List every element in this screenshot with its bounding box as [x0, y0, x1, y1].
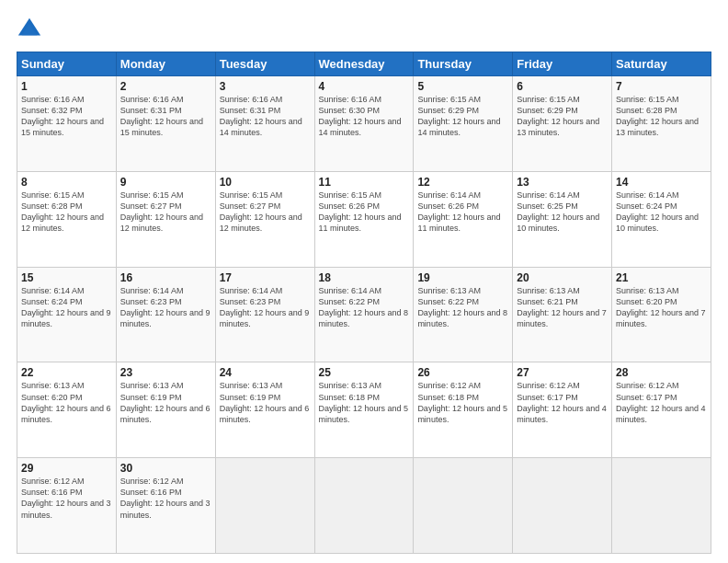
calendar-cell: 12Sunrise: 6:14 AMSunset: 6:26 PMDayligh… [414, 171, 513, 267]
day-number: 1 [21, 80, 112, 93]
cell-info: Sunrise: 6:12 AMSunset: 6:17 PMDaylight:… [616, 380, 707, 425]
day-number: 17 [220, 271, 311, 284]
calendar-cell: 18Sunrise: 6:14 AMSunset: 6:22 PMDayligh… [314, 267, 414, 362]
calendar-cell: 9Sunrise: 6:15 AMSunset: 6:27 PMDaylight… [116, 171, 215, 267]
calendar-cell: 17Sunrise: 6:14 AMSunset: 6:23 PMDayligh… [215, 267, 314, 362]
calendar-cell: 11Sunrise: 6:15 AMSunset: 6:26 PMDayligh… [314, 171, 414, 267]
cell-info: Sunrise: 6:12 AMSunset: 6:18 PMDaylight:… [417, 380, 508, 425]
calendar-cell [513, 458, 612, 554]
calendar-cell [612, 458, 711, 554]
day-number: 26 [417, 366, 508, 379]
weekday-header: Saturday [612, 52, 711, 76]
calendar-cell: 28Sunrise: 6:12 AMSunset: 6:17 PMDayligh… [612, 362, 711, 458]
calendar-week-row: 22Sunrise: 6:13 AMSunset: 6:20 PMDayligh… [17, 362, 711, 458]
cell-info: Sunrise: 6:15 AMSunset: 6:27 PMDaylight:… [120, 190, 211, 235]
cell-info: Sunrise: 6:14 AMSunset: 6:24 PMDaylight:… [21, 285, 112, 330]
weekday-header: Thursday [414, 52, 513, 76]
calendar-week-row: 1Sunrise: 6:16 AMSunset: 6:32 PMDaylight… [17, 76, 711, 172]
cell-info: Sunrise: 6:15 AMSunset: 6:26 PMDaylight:… [319, 190, 410, 235]
calendar-cell: 20Sunrise: 6:13 AMSunset: 6:21 PMDayligh… [513, 267, 612, 362]
calendar-cell: 25Sunrise: 6:13 AMSunset: 6:18 PMDayligh… [314, 362, 414, 458]
calendar-cell: 22Sunrise: 6:13 AMSunset: 6:20 PMDayligh… [17, 362, 117, 458]
cell-info: Sunrise: 6:16 AMSunset: 6:31 PMDaylight:… [120, 94, 211, 139]
day-number: 20 [517, 271, 608, 284]
cell-info: Sunrise: 6:16 AMSunset: 6:32 PMDaylight:… [21, 94, 112, 139]
day-number: 12 [417, 176, 508, 189]
day-number: 30 [120, 462, 211, 475]
calendar-cell: 29Sunrise: 6:12 AMSunset: 6:16 PMDayligh… [17, 458, 117, 554]
calendar-cell: 7Sunrise: 6:15 AMSunset: 6:28 PMDaylight… [612, 76, 711, 172]
weekday-header: Wednesday [314, 52, 414, 76]
day-number: 8 [21, 176, 112, 189]
calendar-cell: 1Sunrise: 6:16 AMSunset: 6:32 PMDaylight… [17, 76, 117, 172]
cell-info: Sunrise: 6:14 AMSunset: 6:25 PMDaylight:… [517, 190, 608, 235]
cell-info: Sunrise: 6:12 AMSunset: 6:16 PMDaylight:… [21, 476, 112, 521]
page: SundayMondayTuesdayWednesdayThursdayFrid… [0, 0, 728, 563]
day-number: 16 [120, 271, 211, 284]
calendar-week-row: 8Sunrise: 6:15 AMSunset: 6:28 PMDaylight… [17, 171, 711, 267]
day-number: 11 [319, 176, 410, 189]
calendar-cell: 19Sunrise: 6:13 AMSunset: 6:22 PMDayligh… [414, 267, 513, 362]
day-number: 4 [319, 80, 410, 93]
cell-info: Sunrise: 6:13 AMSunset: 6:19 PMDaylight:… [120, 380, 211, 425]
day-number: 24 [220, 366, 311, 379]
cell-info: Sunrise: 6:14 AMSunset: 6:26 PMDaylight:… [417, 190, 508, 235]
calendar-week-row: 15Sunrise: 6:14 AMSunset: 6:24 PMDayligh… [17, 267, 711, 362]
cell-info: Sunrise: 6:12 AMSunset: 6:17 PMDaylight:… [517, 380, 608, 425]
calendar-cell [414, 458, 513, 554]
cell-info: Sunrise: 6:14 AMSunset: 6:23 PMDaylight:… [220, 285, 311, 330]
day-number: 23 [120, 366, 211, 379]
cell-info: Sunrise: 6:14 AMSunset: 6:23 PMDaylight:… [120, 285, 211, 330]
day-number: 6 [517, 80, 608, 93]
cell-info: Sunrise: 6:16 AMSunset: 6:30 PMDaylight:… [319, 94, 410, 139]
cell-info: Sunrise: 6:15 AMSunset: 6:27 PMDaylight:… [220, 190, 311, 235]
calendar-cell: 21Sunrise: 6:13 AMSunset: 6:20 PMDayligh… [612, 267, 711, 362]
cell-info: Sunrise: 6:15 AMSunset: 6:29 PMDaylight:… [517, 94, 608, 139]
calendar-cell: 6Sunrise: 6:15 AMSunset: 6:29 PMDaylight… [513, 76, 612, 172]
day-number: 9 [120, 176, 211, 189]
day-number: 18 [319, 271, 410, 284]
calendar-cell: 30Sunrise: 6:12 AMSunset: 6:16 PMDayligh… [116, 458, 215, 554]
calendar-cell: 24Sunrise: 6:13 AMSunset: 6:19 PMDayligh… [215, 362, 314, 458]
calendar-cell: 26Sunrise: 6:12 AMSunset: 6:18 PMDayligh… [414, 362, 513, 458]
cell-info: Sunrise: 6:15 AMSunset: 6:28 PMDaylight:… [21, 190, 112, 235]
calendar-cell: 27Sunrise: 6:12 AMSunset: 6:17 PMDayligh… [513, 362, 612, 458]
cell-info: Sunrise: 6:15 AMSunset: 6:28 PMDaylight:… [616, 94, 707, 139]
weekday-header: Friday [513, 52, 612, 76]
cell-info: Sunrise: 6:13 AMSunset: 6:22 PMDaylight:… [417, 285, 508, 330]
cell-info: Sunrise: 6:12 AMSunset: 6:16 PMDaylight:… [120, 476, 211, 521]
calendar-cell: 23Sunrise: 6:13 AMSunset: 6:19 PMDayligh… [116, 362, 215, 458]
calendar-cell: 13Sunrise: 6:14 AMSunset: 6:25 PMDayligh… [513, 171, 612, 267]
day-number: 29 [21, 462, 112, 475]
day-number: 14 [616, 176, 707, 189]
day-number: 5 [417, 80, 508, 93]
cell-info: Sunrise: 6:14 AMSunset: 6:24 PMDaylight:… [616, 190, 707, 235]
day-number: 3 [220, 80, 311, 93]
cell-info: Sunrise: 6:13 AMSunset: 6:19 PMDaylight:… [220, 380, 311, 425]
calendar-cell: 16Sunrise: 6:14 AMSunset: 6:23 PMDayligh… [116, 267, 215, 362]
weekday-header: Monday [116, 52, 215, 76]
day-number: 27 [517, 366, 608, 379]
logo-icon [17, 17, 42, 42]
calendar-table: SundayMondayTuesdayWednesdayThursdayFrid… [17, 52, 711, 554]
day-number: 19 [417, 271, 508, 284]
cell-info: Sunrise: 6:15 AMSunset: 6:29 PMDaylight:… [417, 94, 508, 139]
calendar-cell [215, 458, 314, 554]
cell-info: Sunrise: 6:13 AMSunset: 6:20 PMDaylight:… [616, 285, 707, 330]
day-number: 10 [220, 176, 311, 189]
cell-info: Sunrise: 6:13 AMSunset: 6:18 PMDaylight:… [319, 380, 410, 425]
day-number: 13 [517, 176, 608, 189]
day-number: 25 [319, 366, 410, 379]
cell-info: Sunrise: 6:14 AMSunset: 6:22 PMDaylight:… [319, 285, 410, 330]
cell-info: Sunrise: 6:16 AMSunset: 6:31 PMDaylight:… [220, 94, 311, 139]
calendar-cell: 3Sunrise: 6:16 AMSunset: 6:31 PMDaylight… [215, 76, 314, 172]
calendar-cell: 5Sunrise: 6:15 AMSunset: 6:29 PMDaylight… [414, 76, 513, 172]
day-number: 21 [616, 271, 707, 284]
header [17, 17, 711, 42]
weekday-header: Sunday [17, 52, 117, 76]
logo [17, 17, 44, 42]
day-number: 22 [21, 366, 112, 379]
calendar-cell [314, 458, 414, 554]
day-number: 28 [616, 366, 707, 379]
calendar-cell: 14Sunrise: 6:14 AMSunset: 6:24 PMDayligh… [612, 171, 711, 267]
